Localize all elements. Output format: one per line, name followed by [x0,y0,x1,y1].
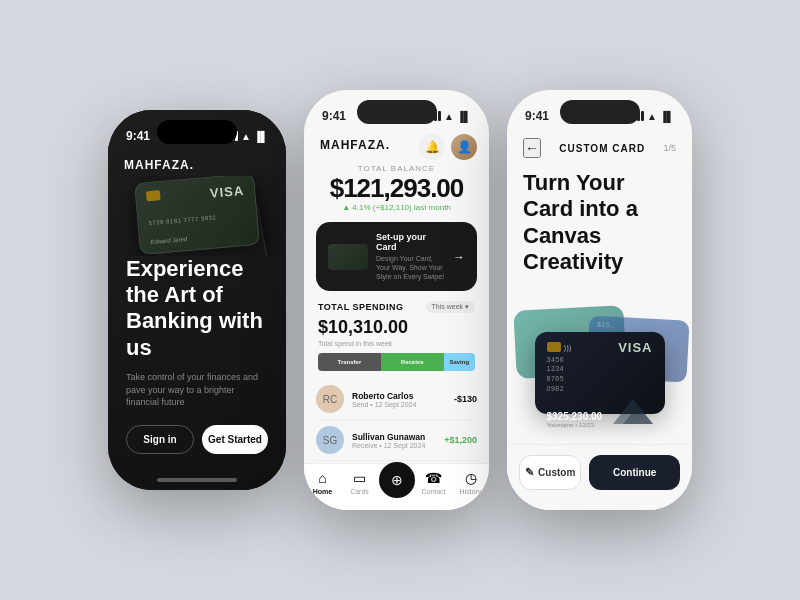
promo-text: Set-up your Card Design Your Card, Your … [376,232,445,281]
phone1-card-area: VISA 5728 8181 7777 9932 Edward Jared [108,176,286,256]
status-time-3: 9:41 [525,109,549,123]
tx1-info: Roberto Carlos Send • 12 Sept 2024 [352,391,446,408]
card-balance-info: $325,230.00 Yourname • 12/23 [547,411,603,428]
spending-amount: $10,310.00 [304,317,489,338]
spending-label: TOTAL SPENDING [318,302,404,312]
card-balance: $325,230.00 [547,411,603,422]
contactless-icon: ))) [564,343,572,352]
wifi-icon-3: ▲ [647,111,657,122]
tx1-name: Roberto Carlos [352,391,446,401]
tx1-amount: -$130 [454,394,477,404]
phone3-screen: 9:41 ▲ ▐▌ ← CUSTOM CARD 1/5 [507,90,692,510]
card-holder: Yourname • 12/23 [547,422,603,428]
nav-cards[interactable]: ▭ Cards [341,470,378,498]
phone1-buttons: Sign in Get Started [126,425,268,454]
status-time-2: 9:41 [322,109,346,123]
dynamic-island-3 [560,100,640,124]
phone-2: 9:41 ▲ ▐▌ MAHFAZA. 🔔 👤 [304,90,489,510]
nav-home-label: Home [313,488,332,495]
history-icon: ◷ [465,470,477,486]
card-bottom-row: $325,230.00 Yourname • 12/23 [547,394,653,428]
chip-icon [547,342,561,352]
custom-button[interactable]: ✎ Custom [519,455,581,490]
bar-saving: Saving [444,353,475,371]
home-icon: ⌂ [318,470,326,486]
card-visa-1: VISA [209,183,245,201]
battery-icon-2: ▐▌ [457,111,471,122]
card-main: ))) VISA 3456 1234 8765 0982 $325,230.00… [535,332,665,414]
nav-history-label: History [460,488,482,495]
tx1-avatar: RC [316,385,344,413]
card-mountain [613,394,653,428]
card-chip-area: ))) [547,342,572,352]
card-number-display: 3456 1234 8765 0982 [547,355,653,394]
transaction-item-2: SG Sullivan Gunawan Receive • 12 Sept 20… [316,420,477,461]
bottom-nav: ⌂ Home ▭ Cards ⊕ ☎ Contact ◷ History [304,463,489,510]
promo-arrow-icon: → [453,250,465,264]
step-counter: 1/5 [663,143,676,153]
tx2-date: Receive • 12 Sept 2024 [352,442,436,449]
battery-icon-1: ▐▌ [254,131,268,142]
signin-button[interactable]: Sign in [126,425,194,454]
nav-qr[interactable]: ⊕ [378,470,415,498]
dynamic-island [157,120,237,144]
back-button[interactable]: ← [523,138,541,158]
phone1-subtext: Take control of your finances and pave y… [126,371,268,409]
spending-header: TOTAL SPENDING This week ▾ [304,301,489,313]
notification-bell[interactable]: 🔔 [419,134,445,160]
nav-history[interactable]: ◷ History [452,470,489,498]
phone1-text-area: Experience the Art of Banking with us Ta… [108,256,286,478]
balance-amount: $121,293.00 [304,175,489,201]
tx2-amount: +$1,200 [444,435,477,445]
spending-progress-bar: Transfer Receive Saving [318,353,475,371]
header-icons: 🔔 👤 [419,134,477,160]
phone1-headline: Experience the Art of Banking with us [126,256,268,362]
user-avatar[interactable]: 👤 [451,134,477,160]
phone2-screen: 9:41 ▲ ▐▌ MAHFAZA. 🔔 👤 [304,90,489,510]
bar-receive: Receive [381,353,444,371]
contact-icon: ☎ [425,470,442,486]
promo-card-mini [328,244,368,270]
promo-title: Set-up your Card [376,232,445,252]
spending-sub: Total spend in this week [304,340,489,347]
tx2-name: Sullivan Gunawan [352,432,436,442]
phone-1: 9:41 ▲ ▐▌ MAHFAZA. [108,110,286,490]
phone2-content: 9:41 ▲ ▐▌ MAHFAZA. 🔔 👤 [304,90,489,510]
phone3-headline: Turn Your Card into a Canvas Creativity [507,166,692,288]
mountain-icon [613,394,653,424]
dynamic-island-2 [357,100,437,124]
nav-contact[interactable]: ☎ Contact [415,470,452,498]
home-indicator-1 [157,478,237,482]
phone3-bottom-actions: ✎ Custom Continue [507,444,692,510]
card-front: VISA 5728 8181 7777 9932 Edward Jared [134,176,260,255]
phone1-screen: 9:41 ▲ ▐▌ MAHFAZA. [108,110,286,490]
status-time-1: 9:41 [126,129,150,143]
tx1-date: Send • 12 Sept 2024 [352,401,446,408]
nav-contact-label: Contact [421,488,445,495]
card-visa-3: VISA [618,340,652,355]
phone-3: 9:41 ▲ ▐▌ ← CUSTOM CARD 1/5 [507,90,692,510]
card-name-1: Edward Jared [150,230,248,245]
transactions-list: RC Roberto Carlos Send • 12 Sept 2024 -$… [304,379,489,461]
promo-sub: Design Your Card, Your Way. Show Your St… [376,254,445,281]
edit-icon: ✎ [525,466,534,479]
nav-home[interactable]: ⌂ Home [304,470,341,498]
wifi-icon-1: ▲ [241,131,251,142]
card-top-row: ))) VISA [547,340,653,355]
battery-icon-3: ▐▌ [660,111,674,122]
continue-button[interactable]: Continue [589,455,680,490]
card-promo-banner[interactable]: Set-up your Card Design Your Card, Your … [316,222,477,291]
qr-icon: ⊕ [379,462,415,498]
page-title-3: CUSTOM CARD [559,143,645,154]
getstarted-button[interactable]: Get Started [202,425,268,454]
wifi-icon-2: ▲ [444,111,454,122]
phone3-content: 9:41 ▲ ▐▌ ← CUSTOM CARD 1/5 [507,90,692,510]
tx2-info: Sullivan Gunawan Receive • 12 Sept 2024 [352,432,436,449]
nav-cards-label: Cards [350,488,369,495]
tx2-avatar: SG [316,426,344,454]
bar-transfer: Transfer [318,353,381,371]
balance-label: TOTAL BALANCE [304,164,489,173]
cards-area: ))) VISA 3456 1234 8765 0982 $325,230.00… [507,288,692,458]
week-filter-button[interactable]: This week ▾ [426,301,475,313]
cards-icon: ▭ [353,470,366,486]
